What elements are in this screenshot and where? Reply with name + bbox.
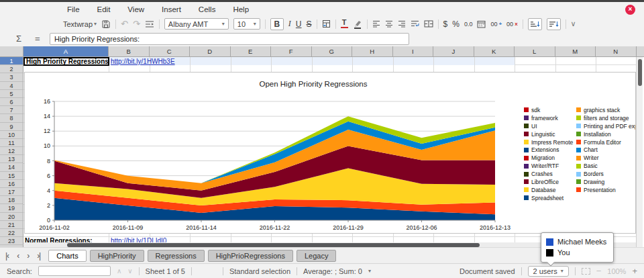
font-size-select[interactable]: 10 ▾ [233,18,260,30]
menu-item-edit[interactable]: Edit [95,4,113,15]
sheet-tab-regressions[interactable]: Regressions [148,250,205,262]
row-header-5[interactable]: 5 [0,90,23,98]
row-header-9[interactable]: 9 [0,123,23,131]
row-header-23[interactable]: 23 [0,237,23,245]
cell-b1-link[interactable]: http://bit.ly/1HWHb3E [111,58,175,65]
column-header-l[interactable]: L [515,46,555,57]
align-right-button[interactable] [398,20,406,28]
aggregates[interactable]: Average: ; Sum: 0 [303,267,362,275]
formula-input[interactable] [50,33,409,45]
cell-a1[interactable]: High Priority Regressions: [23,57,109,66]
date-format-button[interactable] [477,20,486,28]
zoom-out-button[interactable]: − [596,266,602,276]
chevron-down-icon[interactable]: ▾ [368,268,371,274]
menu-item-help[interactable]: Help [230,4,252,15]
save-button[interactable] [101,19,111,29]
tab-previous-button[interactable]: ‹ [17,251,19,261]
highlight-color-button[interactable] [353,19,362,29]
delete-decimal-button[interactable]: 00x [506,21,517,28]
zoom-selection-icon[interactable] [582,268,590,275]
merge-cells-button[interactable] [424,20,433,28]
row-header-12[interactable]: 12 [0,147,23,155]
sheet-tab-highprioregressions[interactable]: HighPrioRegressions [208,250,293,262]
row-header-11[interactable]: 11 [0,139,23,147]
corner-box[interactable] [0,46,23,57]
row-header-14[interactable]: 14 [0,163,23,171]
align-center-button[interactable] [385,20,393,28]
row-header-4[interactable]: 4 [0,82,23,90]
undo-button[interactable]: ↶ [121,19,128,29]
row-header-19[interactable]: 19 [0,204,23,212]
chart-object[interactable]: Open High Priority Regressions 024681012… [24,72,636,234]
users-dropdown[interactable]: 2 users ▾ [528,266,569,277]
add-decimal-button[interactable]: 00+ [490,21,502,28]
column-header-o[interactable]: O [637,46,644,57]
column-header-e[interactable]: E [231,46,272,57]
bold-button[interactable]: B [270,18,284,30]
column-header-j[interactable]: J [433,46,474,57]
vertical-scrollbar[interactable] [636,57,643,247]
row-header-6[interactable]: 6 [0,98,23,106]
sheet-tab-charts[interactable]: Charts [48,250,86,262]
column-header-g[interactable]: G [312,46,353,57]
row-header-21[interactable]: 21 [0,221,23,229]
column-header-f[interactable]: F [271,46,312,57]
row-header-16[interactable]: 16 [0,180,23,188]
percent-button[interactable]: % [452,19,460,29]
column-header-h[interactable]: H [352,46,393,57]
column-header-k[interactable]: K [474,46,515,57]
indent-increase-button[interactable] [145,20,154,28]
number-format-button[interactable]: 0.0 [464,21,473,28]
row-header-15[interactable]: 15 [0,172,23,180]
tab-next-button[interactable]: › [27,251,29,261]
strikethrough-button[interactable]: S [307,19,312,29]
toolbar-overflow-button[interactable]: ∨ [571,19,576,28]
menu-item-file[interactable]: File [64,4,83,15]
row-header-20[interactable]: 20 [0,213,23,221]
vertical-scrollbar-thumb[interactable] [638,59,642,86]
wrap-text-button[interactable] [411,20,419,28]
row-header-22[interactable]: 22 [0,229,23,237]
selection-mode[interactable]: Standard selection [229,267,290,275]
row-header-10[interactable]: 10 [0,131,23,139]
column-header-a[interactable]: A [23,46,109,57]
cell-format-button[interactable] [322,19,331,28]
column-header-c[interactable]: C [150,46,191,57]
font-color-button[interactable]: T [341,19,348,28]
row-header-2[interactable]: 2 [0,65,23,73]
row-header-1[interactable]: 1 [0,57,23,65]
row-header-17[interactable]: 17 [0,188,23,196]
search-up-button[interactable]: ∧ [117,267,121,275]
redo-button[interactable]: ↷ [133,19,140,29]
column-header-n[interactable]: N [596,46,637,57]
menu-item-view[interactable]: View [125,4,147,15]
row-header-13[interactable]: 13 [0,155,23,163]
zoom-in-button[interactable]: + [632,266,637,276]
column-header-d[interactable]: D [190,46,231,57]
function-icon[interactable]: = [35,34,40,44]
sheet-tab-highpriority[interactable]: HighPriority [90,250,144,262]
underline-button[interactable]: U [296,19,302,29]
menu-item-cells[interactable]: Cells [196,4,219,15]
align-left-button[interactable] [372,20,380,28]
search-input[interactable] [38,266,111,276]
sum-icon[interactable]: Σ [16,34,21,44]
sheet-tab-legacy[interactable]: Legacy [297,250,336,262]
textwrap-dropdown[interactable]: Textwrap ▾ [63,20,97,28]
row-header-18[interactable]: 18 [0,196,23,204]
column-header-b[interactable]: B [109,46,150,57]
row-header-8[interactable]: 8 [0,114,23,122]
tab-last-button[interactable]: ›| [37,251,40,261]
close-button[interactable]: × [625,5,635,15]
tab-first-button[interactable]: |‹ [5,251,9,261]
currency-button[interactable]: $ [443,19,448,29]
column-header-i[interactable]: I [393,46,434,57]
italic-button[interactable]: I [288,19,291,29]
font-name-select[interactable]: Albany AMT ▾ [164,18,229,30]
row-header-3[interactable]: 3 [0,73,23,81]
sort-ascending-button[interactable] [528,18,542,30]
row-header-7[interactable]: 7 [0,106,23,114]
search-down-button[interactable]: ∨ [127,267,132,275]
sort-descending-button[interactable] [547,18,561,30]
menu-item-insert[interactable]: Insert [159,4,184,15]
